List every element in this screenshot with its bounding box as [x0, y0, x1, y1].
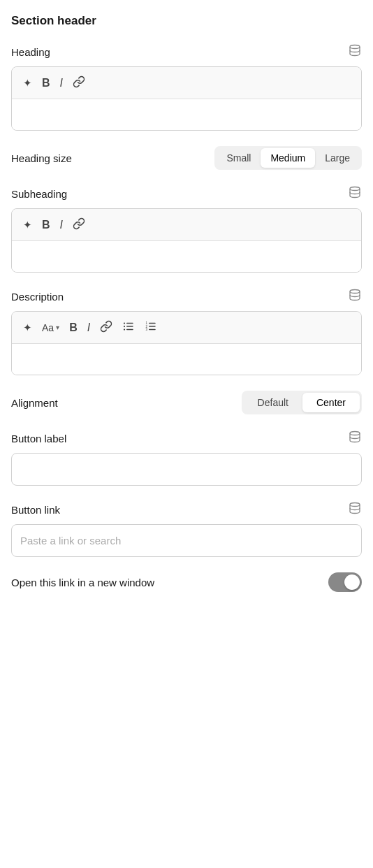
alignment-label-row: Alignment Default Center [11, 391, 362, 414]
size-medium-btn[interactable]: Medium [261, 148, 315, 168]
button-link-field-group: Button link [11, 501, 362, 557]
unordered-list-icon [122, 320, 135, 335]
toggle-thumb [344, 574, 360, 590]
alignment-field-group: Alignment Default Center [11, 391, 362, 414]
description-italic-btn[interactable]: I [85, 320, 93, 335]
subheading-db-icon[interactable] [348, 185, 362, 203]
subheading-sparkle-btn[interactable]: ✦ [20, 217, 35, 233]
heading-editor[interactable]: ✦ B I [11, 66, 362, 131]
svg-text:3: 3 [146, 328, 148, 331]
heading-size-label-row: Heading size Small Medium Large [11, 146, 362, 170]
size-large-btn[interactable]: Large [315, 148, 360, 168]
description-unordered-list-btn[interactable] [119, 319, 138, 336]
subheading-editor[interactable]: ✦ B I [11, 208, 362, 273]
button-link-label-row: Button link [11, 501, 362, 519]
bold-icon: B [42, 77, 50, 89]
subheading-field-group: Subheading ✦ B I [11, 185, 362, 273]
ordered-list-icon: 1 2 3 [145, 320, 157, 335]
heading-size-group: Heading size Small Medium Large [11, 146, 362, 170]
heading-link-btn[interactable] [70, 74, 88, 92]
subheading-link-btn[interactable] [70, 216, 88, 233]
bold-icon: B [42, 219, 50, 231]
button-label-label-row: Button label [11, 430, 362, 447]
button-link-label: Button link [11, 504, 60, 516]
subheading-bold-btn[interactable]: B [39, 217, 53, 233]
chevron-down-icon: ▾ [56, 324, 59, 331]
font-size-label: Aa [42, 322, 54, 333]
sparkle-icon: ✦ [23, 321, 32, 334]
button-label-field-group: Button label [11, 430, 362, 486]
open-new-window-toggle[interactable] [328, 572, 362, 592]
heading-toolbar: ✦ B I [12, 67, 361, 99]
alignment-label: Alignment [11, 397, 58, 409]
subheading-content[interactable] [12, 241, 361, 272]
description-db-icon[interactable] [348, 288, 362, 305]
description-font-size-btn[interactable]: Aa ▾ [39, 321, 62, 335]
heading-label: Heading [11, 46, 50, 58]
heading-sparkle-btn[interactable]: ✦ [20, 75, 35, 91]
heading-bold-btn[interactable]: B [39, 75, 53, 91]
heading-size-selector: Small Medium Large [214, 146, 362, 170]
subheading-italic-btn[interactable]: I [57, 217, 66, 233]
sparkle-icon: ✦ [23, 219, 32, 231]
description-bold-btn[interactable]: B [66, 320, 80, 335]
section-title: Section header [11, 14, 362, 28]
subheading-toolbar: ✦ B I [12, 209, 361, 241]
bold-icon: B [69, 321, 78, 334]
heading-db-icon[interactable] [348, 43, 362, 61]
button-label-input[interactable] [11, 453, 362, 486]
sparkle-icon: ✦ [23, 77, 32, 89]
description-ordered-list-btn[interactable]: 1 2 3 [142, 319, 160, 336]
heading-italic-btn[interactable]: I [57, 75, 66, 91]
open-new-window-label: Open this link in a new window [11, 577, 154, 588]
alignment-selector: Default Center [242, 391, 362, 414]
link-icon [73, 217, 85, 232]
heading-label-row: Heading [11, 43, 362, 61]
svg-point-8 [124, 328, 125, 330]
svg-point-0 [350, 45, 360, 49]
open-new-window-row: Open this link in a new window [11, 572, 362, 592]
alignment-default-btn[interactable]: Default [244, 393, 302, 412]
svg-point-15 [350, 432, 360, 435]
description-link-btn[interactable] [97, 319, 115, 336]
italic-icon: I [60, 77, 63, 89]
svg-point-1 [350, 187, 360, 191]
heading-size-label: Heading size [11, 152, 72, 164]
button-link-db-icon[interactable] [348, 501, 362, 519]
description-sparkle-btn[interactable]: ✦ [20, 320, 35, 335]
description-toolbar: ✦ Aa ▾ B I [12, 312, 361, 344]
description-label: Description [11, 291, 64, 303]
italic-icon: I [87, 321, 90, 334]
description-field-group: Description ✦ Aa ▾ B I [11, 288, 362, 375]
button-link-input[interactable] [11, 524, 362, 557]
description-editor[interactable]: ✦ Aa ▾ B I [11, 311, 362, 375]
subheading-label-row: Subheading [11, 185, 362, 203]
size-small-btn[interactable]: Small [217, 148, 261, 168]
svg-point-6 [124, 322, 125, 324]
link-icon [73, 75, 85, 90]
button-label-label: Button label [11, 433, 66, 444]
toggle-track[interactable] [328, 572, 362, 592]
subheading-label: Subheading [11, 188, 67, 200]
svg-point-7 [124, 326, 125, 327]
button-label-db-icon[interactable] [348, 430, 362, 447]
link-icon [100, 320, 112, 335]
italic-icon: I [60, 219, 63, 231]
description-content[interactable] [12, 344, 361, 375]
alignment-center-btn[interactable]: Center [302, 393, 360, 412]
heading-content[interactable] [12, 99, 361, 130]
svg-point-16 [350, 503, 360, 507]
svg-point-2 [350, 290, 360, 294]
heading-field-group: Heading ✦ B I [11, 43, 362, 131]
description-label-row: Description [11, 288, 362, 305]
